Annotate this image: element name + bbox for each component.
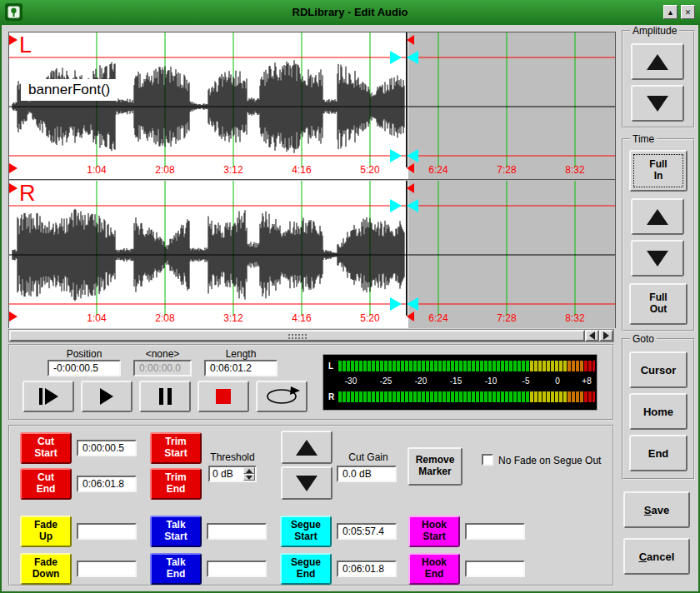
window-title: RDLibrary - Edit Audio (0, 6, 700, 18)
time-label: 3:12 (212, 164, 254, 176)
goto-end-button[interactable]: End (629, 435, 688, 471)
scrollbar-thumb[interactable] (9, 330, 585, 341)
stop-button[interactable] (198, 381, 249, 412)
up-arrow-icon (647, 54, 668, 70)
position-label: Position (48, 348, 121, 360)
time-label: 7:28 (486, 312, 528, 324)
segue-end-button[interactable]: Segue End (280, 553, 332, 585)
loop-button[interactable] (256, 381, 308, 412)
time-label: 1:04 (76, 164, 118, 176)
no-fade-label[interactable]: No Fade on Segue Out (498, 455, 601, 466)
scroll-right-button[interactable] (599, 330, 613, 341)
meter-scale: -30-25-20-15-10-50+8 (323, 376, 598, 387)
meter-scale-label: 0 (555, 376, 560, 386)
down-arrow-icon (647, 251, 668, 267)
time-label: 6:24 (418, 164, 459, 176)
time-zoom-in-button[interactable] (631, 198, 684, 235)
meter-left-bar (338, 361, 595, 371)
threshold-spin-down[interactable] (243, 474, 255, 481)
trim-end-button[interactable]: Trim End (150, 468, 202, 500)
close-button[interactable]: ✕ (681, 5, 695, 19)
time-label: 4:16 (281, 164, 322, 176)
waveform-panel: L bannerFont() 1:042:083:124:165:206:247… (8, 32, 616, 328)
stop-icon (216, 389, 231, 404)
fade-down-field[interactable] (77, 561, 137, 577)
goto-home-button[interactable]: Home (629, 393, 688, 430)
gain-down-button[interactable] (281, 466, 332, 500)
remove-marker-button[interactable]: Remove Marker (408, 447, 462, 486)
transport-panel: Position -0:00:00.5 <none> 0:00:00.0 Len… (8, 344, 614, 421)
threshold-spin-up[interactable] (243, 467, 255, 474)
spin-down-icon (246, 476, 252, 480)
segue-start-button[interactable]: Segue Start (280, 516, 332, 547)
goto-group: Goto Cursor Home End (622, 338, 695, 480)
pause-button[interactable] (139, 381, 191, 412)
hook-start-button[interactable]: Hook Start (408, 516, 460, 547)
right-waveform (9, 181, 615, 328)
left-channel-label: L (19, 32, 32, 58)
trim-start-button[interactable]: Trim Start (150, 432, 202, 464)
goto-group-title: Goto (630, 333, 657, 345)
spin-up-icon (246, 469, 252, 473)
right-channel-label: R (19, 181, 36, 207)
talk-start-button[interactable]: Talk Start (150, 516, 202, 547)
waveform-overlay-text: bannerFont() (21, 79, 118, 101)
save-button[interactable]: Save (623, 491, 690, 528)
amplitude-group: Amplitude (622, 30, 695, 128)
down-arrow-icon (647, 96, 668, 112)
titlebar[interactable]: RDLibrary - Edit Audio ▲ ✕ (0, 0, 700, 25)
fade-down-button[interactable]: Fade Down (20, 553, 72, 585)
threshold-label: Threshold (207, 451, 258, 463)
length-field: 0:06:01.2 (204, 360, 278, 376)
hook-end-button[interactable]: Hook End (408, 553, 460, 585)
hook-end-field[interactable] (465, 561, 525, 577)
meter-scale-label: -5 (522, 376, 530, 386)
gain-up-button[interactable] (281, 431, 332, 464)
left-arrow-icon (589, 331, 595, 340)
scrollbar-grip-icon (288, 333, 308, 341)
scroll-left-button[interactable] (585, 330, 599, 341)
cut-end-field[interactable]: 0:06:01.8 (77, 476, 137, 492)
talk-end-field[interactable] (207, 561, 267, 577)
waveform-scrollbar[interactable] (8, 329, 614, 342)
up-arrow-icon (296, 440, 318, 456)
cut-start-field[interactable]: 0:00:00.5 (77, 440, 137, 456)
cut-gain-field[interactable]: 0.0 dB (337, 466, 397, 482)
threshold-value[interactable]: 0 dB (210, 467, 243, 481)
marker-editor-panel: Cut Start 0:00:00.5 Trim Start Threshold… (8, 425, 614, 586)
talk-start-field[interactable] (207, 523, 267, 540)
waveform-right-channel[interactable]: R 1:042:083:124:165:206:247:288:32 (9, 181, 615, 328)
pause-icon (159, 388, 172, 405)
fade-up-button[interactable]: Fade Up (20, 516, 72, 547)
amplitude-up-button[interactable] (631, 43, 684, 80)
time-label: 2:08 (144, 164, 186, 176)
meter-scale-label: +8 (582, 376, 591, 386)
no-fade-checkbox[interactable] (482, 454, 493, 466)
threshold-spinbox[interactable]: 0 dB (208, 466, 257, 482)
fade-up-field[interactable] (77, 523, 137, 540)
segue-start-field[interactable]: 0:05:57.4 (337, 523, 397, 540)
segue-end-field[interactable]: 0:06:01.8 (337, 561, 397, 577)
full-in-button[interactable]: Full In (629, 150, 688, 192)
time-label: 8:32 (554, 312, 596, 324)
rdlibrary-edit-audio-window: RDLibrary - Edit Audio ▲ ✕ L bannerFont(… (0, 0, 700, 593)
play-button[interactable] (81, 381, 132, 412)
up-arrow-icon (647, 209, 668, 225)
shade-button[interactable]: ▲ (663, 5, 678, 19)
talk-end-button[interactable]: Talk End (150, 553, 202, 585)
time-label: 1:04 (76, 312, 118, 324)
cut-end-button[interactable]: Cut End (20, 468, 72, 500)
time-zoom-out-button[interactable] (631, 240, 684, 277)
play-from-start-button[interactable] (22, 381, 74, 412)
cut-start-button[interactable]: Cut Start (20, 432, 72, 464)
cancel-button[interactable]: Cancel (623, 538, 690, 575)
amplitude-down-button[interactable] (631, 85, 684, 122)
waveform-left-channel[interactable]: L bannerFont() 1:042:083:124:165:206:247… (9, 32, 615, 180)
marker-name-label: <none> (133, 348, 192, 360)
hook-start-field[interactable] (465, 523, 525, 540)
length-label: Length (204, 348, 278, 360)
full-out-button[interactable]: Full Out (629, 283, 688, 325)
right-arrow-icon (603, 331, 609, 340)
time-label: 7:28 (486, 164, 528, 176)
goto-cursor-button[interactable]: Cursor (629, 351, 688, 388)
